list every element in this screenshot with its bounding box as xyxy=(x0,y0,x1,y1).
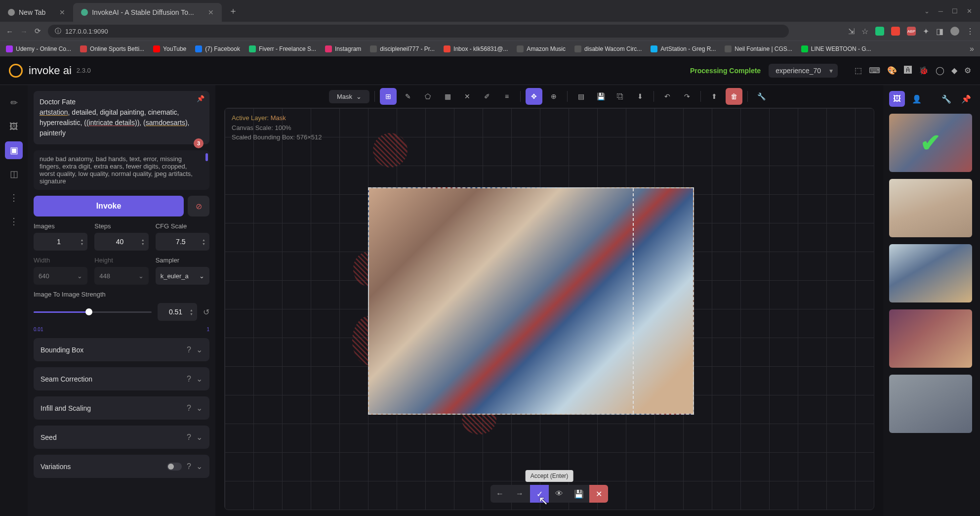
bookmark-item[interactable]: YouTube xyxy=(153,45,186,52)
bounding-box-accordion[interactable]: Bounding Box ?⌄ xyxy=(34,338,209,361)
prompt-input[interactable]: 📌 Doctor Fate artstation, detailed, digi… xyxy=(34,91,209,144)
move-bbox-button[interactable]: ✥ xyxy=(526,88,542,105)
browser-tab[interactable]: InvokeAI - A Stable Diffusion To... ✕ xyxy=(73,3,222,22)
variations-accordion[interactable]: Variations ?⌄ xyxy=(34,455,209,478)
copy-to-clipboard-button[interactable]: ⿻ xyxy=(612,88,629,105)
profile-avatar-icon[interactable] xyxy=(950,27,959,36)
bookmark-item[interactable]: Inbox - klk56831@... xyxy=(444,45,508,52)
cube-icon[interactable]: ⬚ xyxy=(855,66,862,75)
bookmarks-overflow-icon[interactable]: » xyxy=(970,44,974,53)
img2img-tab[interactable]: 🖼 xyxy=(5,118,23,135)
model-select[interactable]: experience_70 xyxy=(769,64,838,78)
postprocess-tab[interactable]: ⋮ xyxy=(5,189,23,207)
steps-input[interactable]: 40▲▼ xyxy=(94,233,148,251)
minimize-icon[interactable]: ─ xyxy=(939,7,943,15)
bookmark-item[interactable]: Fiverr - Freelance S... xyxy=(249,45,316,52)
generated-image[interactable] xyxy=(368,187,694,415)
variations-toggle[interactable] xyxy=(167,463,182,471)
move-tool-button[interactable]: ⊞ xyxy=(380,88,397,105)
help-icon[interactable]: ? xyxy=(187,404,191,413)
reset-view-button[interactable]: ⊕ xyxy=(545,88,562,105)
height-select[interactable]: 448⌄ xyxy=(94,267,148,285)
bookmark-item[interactable]: Amazon Music xyxy=(517,45,566,52)
download-button[interactable]: ⬇ xyxy=(632,88,649,105)
bookmark-item[interactable]: Neil Fontaine | CGS... xyxy=(725,45,792,52)
clear-canvas-button[interactable]: 🗑 xyxy=(726,88,742,105)
prev-staging-button[interactable]: ← xyxy=(490,485,509,503)
settings-gear-icon[interactable]: ⚙ xyxy=(964,66,971,75)
reset-icon[interactable]: ↺ xyxy=(203,307,209,317)
maximize-icon[interactable]: ☐ xyxy=(952,7,958,15)
canvas-settings-button[interactable]: 🔧 xyxy=(753,88,770,105)
stepper-icon[interactable]: ▲▼ xyxy=(80,238,83,246)
save-to-gallery-button[interactable]: 💾 xyxy=(592,88,609,105)
discord-icon[interactable]: ◆ xyxy=(951,66,957,75)
close-window-icon[interactable]: ✕ xyxy=(967,7,972,15)
strength-slider[interactable] xyxy=(34,307,152,317)
save-staging-button[interactable]: 💾 xyxy=(570,485,588,503)
back-icon[interactable]: ← xyxy=(6,27,13,36)
help-icon[interactable]: ? xyxy=(187,345,191,354)
browser-tab[interactable]: New Tab ✕ xyxy=(0,3,73,22)
gallery-thumbnail[interactable]: ✔ xyxy=(889,114,972,172)
brush-options-button[interactable]: ≡ xyxy=(498,88,515,105)
nodes-tab[interactable]: ◫ xyxy=(5,165,23,183)
sampler-select[interactable]: k_euler_a⌄ xyxy=(156,267,209,285)
bug-icon[interactable]: 🐞 xyxy=(919,66,929,75)
close-icon[interactable]: ✕ xyxy=(59,8,65,16)
close-icon[interactable]: ✕ xyxy=(208,8,214,16)
bookmark-star-icon[interactable]: ☆ xyxy=(861,27,868,36)
show-hide-staging-button[interactable]: 👁 xyxy=(550,485,569,503)
github-icon[interactable]: ◯ xyxy=(936,66,944,75)
layer-select[interactable]: Mask⌄ xyxy=(329,90,369,103)
eraser-tool-button[interactable]: ⬠ xyxy=(419,88,436,105)
gallery-thumbnail[interactable] xyxy=(889,375,972,433)
help-icon[interactable]: ? xyxy=(187,462,191,471)
next-staging-button[interactable]: → xyxy=(510,485,529,503)
discard-staging-button[interactable]: ✕ xyxy=(589,485,608,503)
unified-canvas-tab[interactable]: ▣ xyxy=(5,141,23,159)
window-dropdown-icon[interactable]: ⌄ xyxy=(924,7,930,15)
extensions-puzzle-icon[interactable]: ✦ xyxy=(923,27,929,36)
bookmark-item[interactable]: ArtStation - Greg R... xyxy=(651,45,716,52)
site-info-icon[interactable]: ⓘ xyxy=(55,27,61,36)
scrollbar-thumb[interactable] xyxy=(205,153,208,161)
color-picker-button[interactable]: ✐ xyxy=(479,88,495,105)
gallery-thumbnail[interactable] xyxy=(889,244,972,302)
bookmark-item[interactable]: disable Wacom Circ... xyxy=(574,45,642,52)
new-tab-button[interactable]: ＋ xyxy=(222,5,245,17)
strength-input[interactable]: 0.51▲▼ xyxy=(158,303,197,321)
invoke-button[interactable]: Invoke xyxy=(34,196,184,216)
stepper-icon[interactable]: ▲▼ xyxy=(141,238,145,246)
canvas-viewport[interactable]: Active Layer: Mask Canvas Scale: 100% Sc… xyxy=(224,108,874,510)
help-icon[interactable]: ? xyxy=(187,433,191,442)
extension-icon[interactable] xyxy=(891,27,900,36)
images-input[interactable]: 1▲▼ xyxy=(34,233,87,251)
install-icon[interactable]: ⇲ xyxy=(848,27,855,36)
brush-tool-button[interactable]: ✎ xyxy=(400,88,416,105)
bookmark-item[interactable]: Online Sports Betti... xyxy=(80,45,144,52)
negative-prompt-input[interactable]: nude bad anatomy, bad hands, text, error… xyxy=(34,150,209,190)
extension-icon[interactable] xyxy=(875,27,884,36)
help-icon[interactable]: ? xyxy=(187,375,191,384)
language-icon[interactable]: 🅰 xyxy=(904,66,912,75)
pin-icon[interactable]: 📌 xyxy=(197,95,204,102)
cfg-input[interactable]: 7.5▲▼ xyxy=(156,233,209,251)
reload-icon[interactable]: ⟳ xyxy=(35,27,41,36)
redo-button[interactable]: ↷ xyxy=(679,88,695,105)
bookmark-item[interactable]: Instagram xyxy=(325,45,361,52)
gallery-thumbnail[interactable] xyxy=(889,309,972,368)
stepper-icon[interactable]: ▲▼ xyxy=(202,238,205,246)
infill-scaling-accordion[interactable]: Infill and Scaling ?⌄ xyxy=(34,396,209,420)
gallery-images-tab[interactable]: 🖼 xyxy=(889,91,905,107)
bookmark-item[interactable]: Udemy - Online Co... xyxy=(6,45,71,52)
forward-icon[interactable]: → xyxy=(20,27,28,36)
gallery-pin-button[interactable]: 📌 xyxy=(958,91,974,107)
bookmark-item[interactable]: (7) Facebook xyxy=(195,45,240,52)
merge-visible-button[interactable]: ▤ xyxy=(572,88,589,105)
seam-correction-accordion[interactable]: Seam Correction ?⌄ xyxy=(34,367,209,390)
keyboard-icon[interactable]: ⌨ xyxy=(869,66,880,75)
sidepanel-icon[interactable]: ◨ xyxy=(936,27,943,36)
adblock-icon[interactable]: ABP xyxy=(907,27,916,36)
fill-tool-button[interactable]: ▦ xyxy=(439,88,456,105)
